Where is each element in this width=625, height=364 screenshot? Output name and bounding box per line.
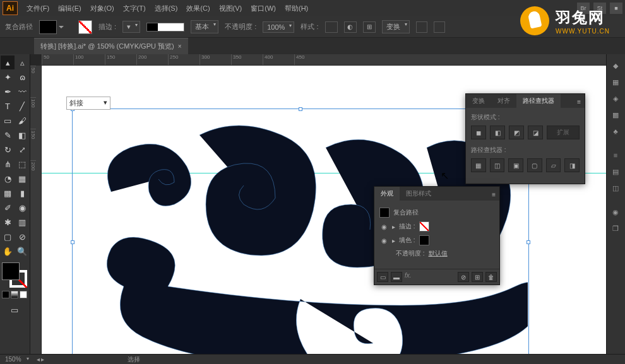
menu-file[interactable]: 文件(F) xyxy=(23,1,53,16)
brush-preview[interactable] xyxy=(146,23,184,32)
expand-toggle[interactable]: ▸ xyxy=(392,223,395,230)
symbol-sprayer-tool[interactable]: ✱ xyxy=(1,215,15,229)
pencil-tool[interactable]: ✎ xyxy=(1,128,15,142)
opacity-input[interactable]: 100% xyxy=(263,21,294,33)
merge-button[interactable]: ▣ xyxy=(508,158,523,172)
type-tool[interactable]: T xyxy=(1,99,15,113)
trash-icon[interactable]: 🗑 xyxy=(485,272,497,282)
menu-help[interactable]: 帮助(H) xyxy=(281,1,312,16)
shape-builder-tool[interactable]: ◔ xyxy=(1,172,15,185)
join-select[interactable]: 斜接 xyxy=(66,97,110,110)
blend-tool[interactable]: ◉ xyxy=(15,201,29,214)
lasso-tool[interactable]: ɷ xyxy=(15,70,29,84)
transform-tab[interactable]: 变换 xyxy=(466,94,491,108)
graphic-style-swatch[interactable] xyxy=(325,21,338,33)
appearance-panel-icon[interactable]: ◉ xyxy=(608,204,623,220)
magic-wand-tool[interactable]: ✦ xyxy=(1,70,15,84)
resize-handle[interactable] xyxy=(527,240,530,244)
document-tab[interactable]: 转换] [转换].ai* @ 150% (CMYK/GPU 预览) × xyxy=(34,38,188,54)
divide-button[interactable]: ▦ xyxy=(471,158,486,172)
minus-front-button[interactable]: ◧ xyxy=(490,126,505,139)
isolation-icon[interactable] xyxy=(416,21,427,33)
mesh-tool[interactable]: ▩ xyxy=(1,186,15,200)
brush-style[interactable]: 基本 xyxy=(191,20,218,33)
appearance-tab[interactable]: 外观 xyxy=(374,187,400,201)
gradient-mode-icon[interactable] xyxy=(11,291,18,298)
menu-effect[interactable]: 效果(C) xyxy=(182,1,213,16)
resize-handle[interactable] xyxy=(299,107,302,111)
direct-selection-tool[interactable]: ▵ xyxy=(15,56,29,69)
hand-tool[interactable]: ✋ xyxy=(1,244,15,258)
clear-icon[interactable]: ⊘ xyxy=(458,272,469,282)
pathfinder-tab[interactable]: 路径查找器 xyxy=(516,94,561,108)
graph-tool[interactable]: ▥ xyxy=(15,215,29,229)
clip-icon[interactable] xyxy=(434,21,445,33)
pen-tool[interactable]: ✒ xyxy=(1,85,15,98)
rectangle-tool[interactable]: ▭ xyxy=(1,114,15,127)
opacity-value[interactable]: 默认值 xyxy=(429,249,448,258)
libraries-panel-icon[interactable]: ▦ xyxy=(608,74,623,90)
duplicate-icon[interactable]: ⊞ xyxy=(472,272,483,282)
none-mode-icon[interactable] xyxy=(20,291,27,298)
new-fill-icon[interactable]: ▬ xyxy=(391,272,402,282)
trim-button[interactable]: ◫ xyxy=(490,158,505,172)
menu-window[interactable]: 窗口(W) xyxy=(247,1,280,16)
resize-handle[interactable] xyxy=(71,240,74,244)
artboard-tool[interactable]: ▢ xyxy=(1,230,15,244)
selection-tool[interactable]: ▴ xyxy=(1,56,15,69)
scale-tool[interactable]: ⤢ xyxy=(15,143,29,156)
transform-button[interactable]: 变换 xyxy=(382,20,410,33)
close-tab-icon[interactable]: × xyxy=(178,43,182,50)
rotate-tool[interactable]: ↻ xyxy=(1,143,15,156)
zoom-select[interactable]: 150% xyxy=(5,356,29,363)
color-panel-icon[interactable]: ◈ xyxy=(608,91,623,106)
exclude-button[interactable]: ◪ xyxy=(528,126,543,139)
crop-button[interactable]: ▢ xyxy=(527,158,542,172)
panel-menu-icon[interactable]: ≡ xyxy=(488,189,499,201)
align-tab[interactable]: 对齐 xyxy=(491,94,516,108)
menu-edit[interactable]: 编辑(E) xyxy=(54,1,85,16)
eraser-tool[interactable]: ◧ xyxy=(15,128,29,142)
appearance-panel[interactable]: 外观 图形样式 ≡ 复合路径 ◉ ▸ 描边 : ◉ ▸ 填色 : 不透明度 : … xyxy=(374,186,500,285)
gradient-tool[interactable]: ▮ xyxy=(15,186,29,200)
stroke-panel-icon[interactable]: ≡ xyxy=(608,148,623,163)
fill-swatch[interactable] xyxy=(39,20,57,34)
outline-button[interactable]: ▱ xyxy=(546,158,561,172)
menu-type[interactable]: 文字(T) xyxy=(119,1,150,16)
fill-swatch[interactable] xyxy=(419,235,429,245)
artboard-nav[interactable]: ◂ ▸ xyxy=(37,356,45,363)
menu-view[interactable]: 视图(V) xyxy=(215,1,246,16)
swatches-panel-icon[interactable]: ▩ xyxy=(608,107,623,122)
graphic-styles-tab[interactable]: 图形样式 xyxy=(400,187,437,201)
paintbrush-tool[interactable]: 🖌 xyxy=(15,114,29,127)
brushes-panel-icon[interactable]: ♣ xyxy=(608,124,623,139)
line-tool[interactable]: ╱ xyxy=(15,99,29,113)
color-mode-icon[interactable] xyxy=(2,291,9,298)
unite-button[interactable]: ◼ xyxy=(471,126,486,139)
fill-stroke-indicator[interactable] xyxy=(1,261,28,289)
align-icon[interactable]: ⊞ xyxy=(363,21,376,33)
recolor-icon[interactable]: ◐ xyxy=(344,21,357,33)
perspective-tool[interactable]: ▦ xyxy=(15,172,29,185)
curvature-tool[interactable]: 〰 xyxy=(15,85,29,98)
expand-button[interactable]: 扩展 xyxy=(547,126,580,139)
eyedropper-tool[interactable]: ✐ xyxy=(1,201,15,214)
screen-mode-icon[interactable]: ▭ xyxy=(1,303,28,317)
new-stroke-icon[interactable]: ▭ xyxy=(377,272,388,282)
stroke-swatch[interactable] xyxy=(419,221,429,232)
layers-panel-icon[interactable]: ❐ xyxy=(608,221,623,236)
free-transform-tool[interactable]: ⬚ xyxy=(15,157,29,171)
properties-panel-icon[interactable]: ◆ xyxy=(608,58,623,73)
visibility-toggle[interactable]: ◉ xyxy=(379,223,388,230)
stroke-swatch[interactable] xyxy=(78,20,92,34)
intersect-button[interactable]: ◩ xyxy=(509,126,524,139)
transparency-panel-icon[interactable]: ◫ xyxy=(608,180,623,196)
expand-toggle[interactable]: ▸ xyxy=(392,237,395,244)
panel-menu-icon[interactable]: ≡ xyxy=(573,96,585,108)
add-effect-button[interactable]: fx. xyxy=(405,272,455,282)
gradient-panel-icon[interactable]: ▤ xyxy=(608,164,623,179)
visibility-toggle[interactable]: ◉ xyxy=(379,237,388,244)
slice-tool[interactable]: ⊘ xyxy=(15,230,29,244)
zoom-tool[interactable]: 🔍 xyxy=(15,244,29,258)
width-tool[interactable]: ⋔ xyxy=(1,157,15,171)
